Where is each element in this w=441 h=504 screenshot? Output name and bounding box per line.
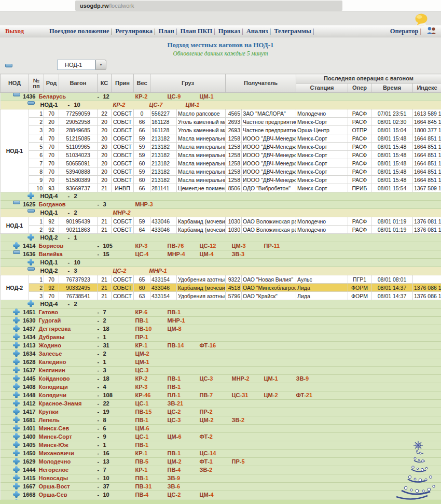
ks-cell: 21 (98, 292, 112, 300)
nod-select-dropdown-button[interactable]: ▼ (95, 60, 106, 70)
nod-select[interactable]: НОД-1 (57, 60, 95, 70)
wagon-number-cell: 76737923 (59, 275, 98, 284)
collapse-icon[interactable] (27, 209, 35, 213)
menu-item-plan[interactable]: План (159, 27, 177, 35)
group-row-line: 1437Дегтяревка-18ПВ-10ЦМ-8 (2, 325, 440, 333)
chip-code: ЦМ- (135, 351, 146, 357)
wagon-type-chip: ПВ-1 (135, 416, 168, 424)
address-bar[interactable]: usogdp.rw/localwork (75, 1, 342, 11)
oper-cell: РАСФ (348, 159, 371, 167)
menu-item-regulation[interactable]: Регулировка (115, 27, 155, 35)
chip-count: 3 (177, 417, 181, 423)
nod-subgroup-row: НОД-2-3ЦС-2МНР-1 (1, 267, 441, 275)
wagon-number-cell: 51580389 (59, 176, 98, 184)
wagon-type-chip: ЦС-14 (200, 450, 232, 457)
expand-icon[interactable] (13, 416, 20, 423)
station-cell: Молодечно (296, 109, 348, 118)
expand-icon[interactable] (13, 408, 20, 415)
expand-icon[interactable] (13, 450, 20, 456)
expand-icon[interactable] (13, 325, 20, 332)
expand-icon[interactable] (27, 192, 34, 199)
wagon-count: 3 (103, 367, 106, 374)
group-row-cell: 1637Княгинин-3ЦС-3 (1, 367, 441, 375)
expand-icon[interactable] (13, 491, 20, 498)
chip-code: ЦМ- (264, 392, 275, 398)
receiver-code-cell: 1258 (226, 134, 242, 143)
chip-code: ЦМ- (135, 425, 146, 431)
menu-item-analysis[interactable]: Анализ (246, 27, 271, 35)
expand-icon[interactable] (13, 333, 20, 340)
station-code: 1408 (20, 383, 36, 391)
group-row-cell: 1630Гудогай-2ПВ-1МНР-1 (1, 317, 441, 325)
chip-code: ЗВ- (232, 251, 242, 257)
expand-icon[interactable] (27, 259, 34, 265)
expand-icon[interactable] (13, 391, 20, 398)
expand-icon[interactable] (13, 350, 20, 357)
chat-balloon-icon[interactable] (414, 13, 429, 29)
collapse-icon[interactable] (13, 201, 20, 204)
group-row-line: 1444Негорелое-7КР-1ПВ-4ЗВ-2 (2, 466, 440, 474)
chip-count: 11 (273, 243, 280, 249)
menu-item-plan-pkp[interactable]: План ПКП (180, 27, 215, 35)
expand-icon[interactable] (13, 342, 20, 348)
expand-icon[interactable] (13, 458, 20, 465)
expand-icon[interactable] (13, 400, 20, 407)
chip-code: ЦС- (232, 392, 242, 398)
expand-icon[interactable] (13, 242, 20, 249)
station-group-row: 1405Минск-Юж-1ПВ-1 (1, 441, 441, 450)
expand-icon[interactable] (13, 425, 20, 431)
group-row-cell: НОД-4-2 (1, 300, 441, 309)
collapse-icon[interactable] (27, 101, 35, 105)
dash-separator: - (98, 375, 100, 383)
collapse-icon[interactable] (13, 93, 20, 96)
expand-icon[interactable] (13, 483, 20, 489)
receiver-name-cell: ИООО "ДВЧ-Менеджме (242, 176, 296, 184)
chip-count: 3 (242, 243, 245, 249)
wagon-count: 10 (74, 101, 80, 109)
expand-icon[interactable] (13, 441, 20, 448)
exit-link[interactable]: Выход (5, 27, 24, 35)
expand-icon[interactable] (13, 309, 20, 315)
expand-icon[interactable] (27, 300, 34, 307)
cargo-name-cell: Удобрения азотные жи (177, 275, 226, 284)
header-station: Станция (296, 83, 348, 93)
expand-icon[interactable] (13, 383, 20, 390)
expand-icon[interactable] (13, 317, 20, 324)
station-group-row: 1408Колодищи-4КР-3ПВ-1 (1, 383, 441, 391)
rod-cell: 93 (44, 184, 59, 192)
chip-code: МНР- (168, 251, 182, 257)
index-cell: 1664 845 14 (413, 118, 441, 126)
index-cell: 1376 086 16 (413, 292, 441, 300)
station-code: 1414 (20, 242, 36, 250)
wagon-type-chips: КР-1ПВ-1ЦС-14 (135, 450, 232, 457)
collapse-icon[interactable] (13, 250, 20, 254)
wagon-type-chip: ЦМ-2 (168, 458, 200, 466)
group-row-cell: 1444Негорелое-7КР-1ПВ-4ЗВ-2 (1, 466, 441, 474)
expand-icon[interactable] (13, 433, 20, 440)
chip-count: 1 (210, 93, 213, 100)
cargo-name-cell: Уголь каменный марки (177, 126, 226, 134)
wagon-count: 7 (103, 466, 106, 474)
collapse-icon[interactable] (27, 267, 35, 271)
prin-cell: СОБСТ (112, 226, 134, 234)
station-group-row: 1628Каледино-1ЦМ-1 (1, 358, 441, 367)
expand-icon[interactable] (13, 358, 20, 365)
chip-count: 8 (178, 326, 181, 332)
expand-icon[interactable] (13, 367, 20, 373)
expand-icon[interactable] (13, 375, 20, 382)
browser-strip: usogdp.rw/localwork (0, 0, 441, 11)
receiver-code-cell: 1258 (226, 159, 242, 167)
expand-icon[interactable] (13, 474, 20, 481)
group-row-line: 1417Крупки-19ПВ-15ЦС-2ПР-2 (2, 408, 440, 416)
wagon-row: НОД-11707725905922СОБСТ0556227Масло рапс… (1, 109, 441, 118)
expand-icon[interactable] (13, 466, 20, 473)
expand-icon[interactable] (27, 234, 34, 241)
rod-cell: 92 (44, 217, 59, 226)
header-ks: КС (98, 74, 112, 93)
menu-item-telegrams[interactable]: Телеграммы (274, 27, 314, 35)
wagon-row: 9705158038920СОБСТ60213182Масла минераль… (1, 176, 441, 184)
menu-item-train-position[interactable]: Поездное положение (49, 27, 112, 35)
menu-item-order[interactable]: Приказ (218, 27, 243, 35)
chip-count: 21 (177, 400, 183, 407)
collapse-all-icon[interactable] (5, 64, 12, 67)
